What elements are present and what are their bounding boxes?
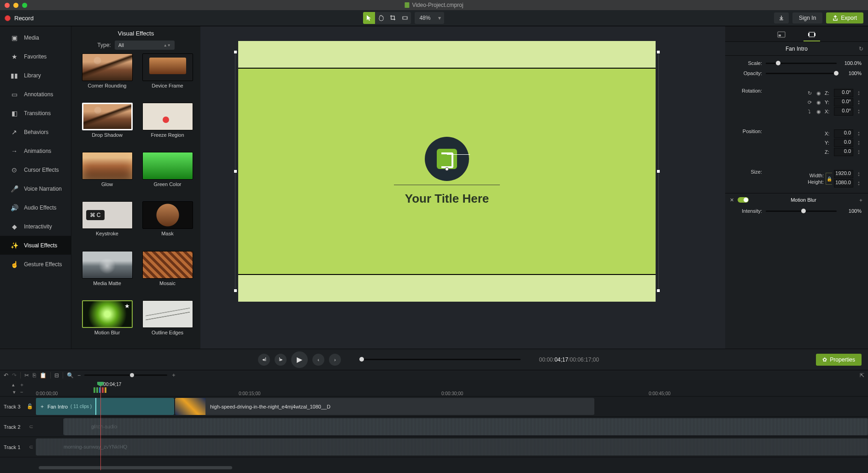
horizontal-scrollbar[interactable] bbox=[39, 466, 232, 469]
pan-tool[interactable] bbox=[375, 12, 387, 24]
width-input[interactable]: 1920.0 bbox=[834, 170, 853, 178]
position-x-stepper[interactable]: ▲▼ bbox=[856, 130, 862, 137]
add-track-button[interactable]: ＋ bbox=[19, 381, 24, 388]
sidebar-item-library[interactable]: ▮▮Library bbox=[0, 66, 71, 85]
effect-item-green-color[interactable]: Green Color bbox=[140, 152, 195, 197]
height-input[interactable]: 1080.0 bbox=[834, 179, 853, 187]
download-button[interactable] bbox=[774, 12, 789, 23]
sidebar-item-cursor-effects[interactable]: ⊙Cursor Effects bbox=[0, 160, 71, 179]
rotation-z-input[interactable]: 0.0° bbox=[834, 89, 853, 97]
track-header[interactable]: Track 2 ⊂ bbox=[0, 417, 36, 437]
link-icon[interactable]: ⊂ bbox=[29, 444, 33, 450]
sidebar-item-favorites[interactable]: ★Favorites bbox=[0, 47, 71, 66]
properties-tab-visual[interactable] bbox=[803, 29, 820, 41]
clip-group[interactable]: ＋ Fan Intro ( 11 clips ) bbox=[36, 398, 174, 415]
track-lane[interactable]: morning-sunway_zvYNkIHQ bbox=[36, 437, 868, 457]
prev-marker-button[interactable]: ‹ bbox=[312, 354, 324, 366]
effect-item-motion-blur[interactable]: ★Motion Blur bbox=[80, 300, 135, 345]
next-frame-button[interactable]: Ⅰ▸ bbox=[275, 354, 287, 366]
paste-button[interactable]: 📋 bbox=[40, 372, 47, 379]
width-stepper[interactable]: ▲▼ bbox=[856, 170, 862, 178]
track-lane[interactable]: ＋ Fan Intro ( 11 clips ) high-speed-driv… bbox=[36, 397, 868, 417]
scale-slider[interactable] bbox=[766, 63, 837, 64]
minimize-window-button[interactable] bbox=[13, 3, 18, 8]
play-button[interactable]: ▶ bbox=[291, 351, 308, 368]
export-button[interactable]: Export bbox=[826, 12, 863, 23]
sidebar-item-media[interactable]: ▣Media bbox=[0, 28, 71, 47]
properties-button[interactable]: ✿ Properties bbox=[816, 354, 862, 366]
close-window-button[interactable] bbox=[5, 3, 10, 8]
selection-bounds[interactable]: Your Title Here bbox=[235, 52, 659, 291]
effect-toggle[interactable] bbox=[738, 197, 749, 203]
timeline-zoom-slider[interactable] bbox=[84, 374, 167, 376]
track-lane[interactable]: glitch-audio bbox=[36, 417, 868, 437]
split-button[interactable]: ⊟ bbox=[54, 372, 59, 379]
rotation-x-input[interactable]: 0.0° bbox=[834, 107, 853, 116]
track-header[interactable]: Track 3 🔓 bbox=[0, 397, 36, 417]
track-header[interactable]: Track 1 ⊂ bbox=[0, 437, 36, 457]
sidebar-item-behaviors[interactable]: ↗Behaviors bbox=[0, 123, 71, 141]
detach-timeline-button[interactable]: ⇱ bbox=[860, 372, 864, 379]
effect-type-select[interactable]: All▲▼ bbox=[115, 41, 175, 50]
resize-handle[interactable] bbox=[657, 170, 660, 173]
effect-item-mosaic[interactable]: Mosaic bbox=[140, 251, 195, 296]
rotation-dial-icon[interactable]: ◉ bbox=[815, 90, 822, 96]
remove-effect-button[interactable]: ✕ bbox=[730, 197, 734, 203]
playhead[interactable] bbox=[100, 382, 101, 470]
next-marker-button[interactable]: › bbox=[329, 354, 341, 366]
resize-handle[interactable] bbox=[657, 51, 660, 53]
intensity-slider[interactable] bbox=[766, 210, 837, 212]
position-y-input[interactable]: 0.0 bbox=[834, 139, 853, 147]
position-z-input[interactable]: 0.0 bbox=[834, 148, 853, 156]
zoom-dropdown[interactable]: ▾ bbox=[435, 15, 444, 21]
position-y-stepper[interactable]: ▲▼ bbox=[856, 139, 862, 146]
rotation-y-input[interactable]: 0.0° bbox=[834, 98, 853, 106]
effect-item-freeze-region[interactable]: Freeze Region bbox=[140, 103, 195, 147]
position-x-input[interactable]: 0.0 bbox=[834, 129, 853, 138]
resize-handle[interactable] bbox=[234, 170, 237, 173]
canvas-area[interactable]: Your Title Here bbox=[200, 26, 725, 349]
crop-tool[interactable] bbox=[387, 12, 399, 24]
audio-clip[interactable]: glitch-audio bbox=[64, 418, 868, 435]
expand-icon[interactable]: ＋ bbox=[40, 403, 45, 410]
record-button[interactable]: Record bbox=[5, 15, 34, 22]
effect-item-glow[interactable]: Glow bbox=[80, 152, 135, 197]
rotation-dial-icon[interactable]: ◉ bbox=[815, 108, 822, 115]
scrubber[interactable] bbox=[359, 359, 521, 360]
sidebar-item-interactivity[interactable]: ◆Interactivity bbox=[0, 217, 71, 236]
position-z-stepper[interactable]: ▲▼ bbox=[856, 148, 862, 156]
sign-in-button[interactable]: Sign In bbox=[792, 12, 822, 23]
height-stepper[interactable]: ▲▼ bbox=[856, 180, 862, 187]
effect-item-mask[interactable]: Mask bbox=[140, 201, 195, 246]
maximize-window-button[interactable] bbox=[22, 3, 27, 8]
effect-item-outline-edges[interactable]: Outline Edges bbox=[140, 300, 195, 345]
remove-track-button[interactable]: − bbox=[20, 389, 23, 395]
effect-item-corner-rounding[interactable]: Corner Rounding bbox=[80, 53, 135, 98]
zoom-in-button[interactable]: ＋ bbox=[171, 371, 176, 379]
copy-button[interactable]: ⎘ bbox=[33, 372, 36, 379]
cut-button[interactable]: ✂ bbox=[24, 372, 29, 379]
effect-item-device-frame[interactable]: Device Frame bbox=[140, 53, 195, 98]
redo-button[interactable]: ↷ bbox=[12, 372, 17, 379]
properties-tab-media[interactable] bbox=[773, 29, 790, 41]
pivot-point[interactable] bbox=[445, 167, 449, 171]
rotation-y-stepper[interactable]: ▲▼ bbox=[856, 99, 862, 106]
resize-handle[interactable] bbox=[657, 289, 660, 292]
lock-icon[interactable]: 🔓 bbox=[27, 403, 33, 409]
link-icon[interactable]: ⊂ bbox=[29, 424, 33, 430]
collapse-down-icon[interactable]: ▾ bbox=[13, 389, 16, 395]
zoom-out-button[interactable]: − bbox=[77, 372, 81, 379]
effect-item-keystroke[interactable]: Keystroke bbox=[80, 201, 135, 246]
prev-frame-button[interactable]: ◂Ⅰ bbox=[258, 354, 270, 366]
effect-item-drop-shadow[interactable]: Drop Shadow bbox=[80, 103, 135, 147]
collapse-up-icon[interactable]: ▴ bbox=[12, 382, 15, 388]
reset-button[interactable]: ↻ bbox=[859, 46, 863, 52]
resize-handle[interactable] bbox=[234, 51, 237, 53]
timeline-ruler[interactable]: 0:00:04;17 0:00:00;00 0:00:15;00 0:00:30… bbox=[36, 380, 868, 397]
audio-clip[interactable]: morning-sunway_zvYNkIHQ bbox=[36, 438, 868, 455]
rotation-z-stepper[interactable]: ▲▼ bbox=[856, 89, 862, 97]
sidebar-item-animations[interactable]: →Animations bbox=[0, 141, 71, 160]
undo-button[interactable]: ↶ bbox=[4, 372, 8, 379]
opacity-slider[interactable] bbox=[766, 73, 837, 74]
rotation-x-stepper[interactable]: ▲▼ bbox=[856, 108, 862, 115]
